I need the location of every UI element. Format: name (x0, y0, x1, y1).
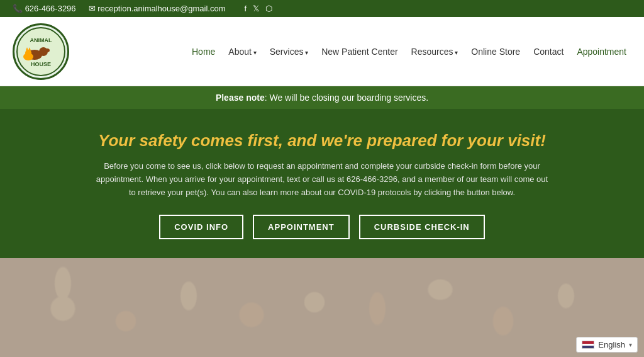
language-label: English (598, 340, 625, 349)
covid-info-button[interactable]: COVID INFO (159, 215, 243, 239)
nav-resources[interactable]: Resources (406, 43, 464, 60)
svg-point-7 (25, 50, 31, 56)
top-bar: 626-466-3296 reception.animalhouse@gmail… (0, 0, 644, 17)
hero-title: Your safety comes first, and we're prepa… (13, 131, 631, 150)
floral-section: English ▾ (0, 258, 644, 357)
svg-text:ANIMAL: ANIMAL (30, 37, 52, 43)
logo-area: ANIMAL HOUSE (13, 23, 69, 80)
flag-icon (582, 341, 594, 349)
social-icons: f 𝕏 ⬡ (244, 4, 272, 13)
language-picker[interactable]: English ▾ (576, 337, 638, 353)
hero-buttons: COVID INFO APPOINTMENT CURBSIDE CHECK-IN (13, 215, 631, 239)
nav-appointment[interactable]: Appointment (572, 43, 631, 60)
twitter-icon[interactable]: 𝕏 (253, 4, 259, 13)
nav-contact[interactable]: Contact (528, 43, 569, 60)
floral-background (0, 258, 644, 357)
hero-section: Your safety comes first, and we're prepa… (0, 109, 644, 258)
facebook-icon[interactable]: f (244, 4, 247, 13)
nav-home[interactable]: Home (187, 43, 220, 60)
hero-body: Before you come to see us, click below t… (96, 160, 548, 199)
svg-text:HOUSE: HOUSE (31, 61, 51, 67)
nav-about[interactable]: About (223, 43, 261, 60)
main-nav: Home About Services New Patient Center R… (187, 43, 631, 60)
nav-new-patient[interactable]: New Patient Center (316, 43, 402, 60)
notice-text: : We will be closing our boarding servic… (265, 93, 428, 103)
appointment-button[interactable]: APPOINTMENT (253, 215, 350, 239)
instagram-icon[interactable]: ⬡ (265, 4, 272, 13)
svg-point-5 (45, 48, 50, 52)
nav-bar: ANIMAL HOUSE Home About Services New Pat… (0, 17, 644, 86)
nav-online-store[interactable]: Online Store (466, 43, 525, 60)
phone-number[interactable]: 626-466-3296 (13, 4, 76, 13)
notice-bold: Please note (216, 93, 265, 103)
email-address[interactable]: reception.animalhouse@gmail.com (89, 4, 226, 13)
chevron-down-icon: ▾ (629, 341, 632, 348)
curbside-checkin-button[interactable]: CURBSIDE CHECK-IN (359, 215, 485, 239)
notice-bar: Please note: We will be closing our boar… (0, 86, 644, 109)
logo[interactable]: ANIMAL HOUSE (13, 23, 69, 80)
nav-services[interactable]: Services (265, 43, 313, 60)
